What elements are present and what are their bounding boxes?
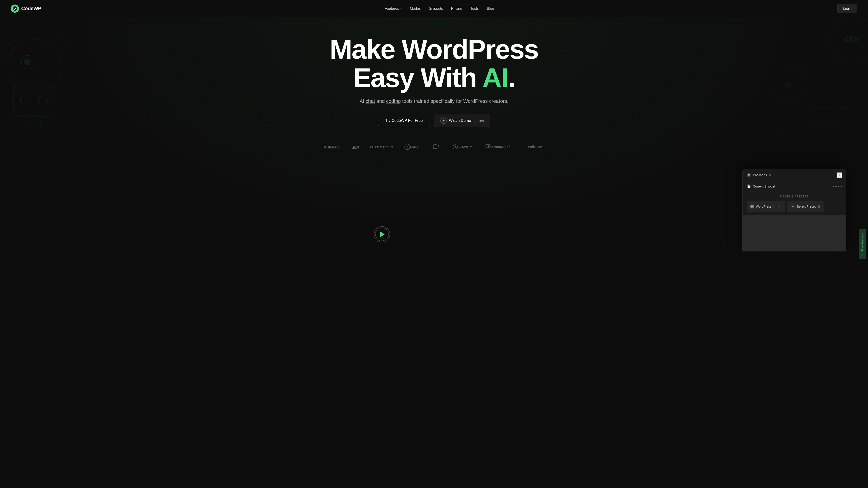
svg-text:h: h bbox=[407, 145, 409, 149]
hero-section: </> © Make WordPress Easy With AI. AI ch… bbox=[0, 17, 868, 265]
packages-row: 📦 Packages 0 + bbox=[743, 169, 846, 181]
svg-text:2: 2 bbox=[438, 145, 440, 149]
modes-row: W WordPress ⊞ Select Prese bbox=[747, 201, 842, 212]
select-preset-button[interactable]: ⊞ Select Preset bbox=[787, 201, 824, 212]
current-snippet-row: 📄 Current Snippet bbox=[743, 181, 846, 192]
wordpress-icon: W bbox=[750, 204, 754, 208]
logo-hcamp: h Camp bbox=[404, 144, 422, 151]
trusted-label: Trusted By: bbox=[322, 145, 340, 149]
nav-blog-link[interactable]: Blog bbox=[487, 6, 494, 10]
svg-text:webdev: webdev bbox=[528, 145, 542, 149]
logo-icon bbox=[11, 4, 19, 13]
snippet-label-group: 📄 Current Snippet bbox=[747, 184, 775, 188]
svg-rect-28 bbox=[433, 144, 437, 149]
packages-icon: 📦 bbox=[747, 173, 751, 177]
code-editor-area bbox=[743, 215, 846, 252]
logo-io: 2 bbox=[433, 143, 441, 151]
hero-title-line1: Make WordPress bbox=[330, 34, 538, 64]
hero-title-suffix: . bbox=[508, 63, 515, 93]
drag-handle-icon bbox=[773, 203, 782, 210]
nav-pricing-link[interactable]: Pricing bbox=[451, 6, 462, 10]
try-codewp-button[interactable]: Try CodeWP For Free bbox=[378, 115, 430, 126]
demo-duration: 3 mins bbox=[474, 119, 484, 123]
packages-add-button[interactable]: + bbox=[837, 172, 842, 178]
nav-links: Features ▾ Modes Snippets Pricing Tools … bbox=[385, 6, 494, 11]
svg-point-0 bbox=[13, 6, 17, 11]
preset-drag-icon bbox=[818, 205, 820, 208]
packages-label-group: 📦 Packages 0 bbox=[747, 173, 771, 177]
logo-gravity: ⊕ GRAVITY bbox=[452, 144, 475, 151]
svg-text:Camp: Camp bbox=[410, 145, 418, 149]
modes-presets-section: Modes & Presets W WordPress bbox=[743, 192, 846, 215]
wordpress-mode-label: WordPress bbox=[756, 205, 772, 208]
hero-title-prefix: Easy With bbox=[353, 63, 482, 93]
play-icon bbox=[380, 232, 385, 237]
select-preset-label: Select Preset bbox=[797, 205, 815, 208]
navigation: CodeWP Features ▾ Modes Snippets Pricing… bbox=[0, 0, 868, 17]
svg-text:crocoblock: crocoblock bbox=[491, 145, 510, 149]
svg-text:⊕: ⊕ bbox=[454, 146, 457, 149]
trusted-by-section: Trusted By: 𝘢𝘮 AUTOMATTIC h Camp 2 bbox=[11, 143, 857, 151]
video-preview-area bbox=[22, 226, 742, 252]
trusted-logos: 𝘢𝘮 AUTOMATTIC h Camp 2 bbox=[352, 143, 546, 151]
play-button[interactable] bbox=[374, 226, 390, 242]
preset-icon: ⊞ bbox=[791, 204, 795, 208]
hero-subtitle: AI chat and coding tools trained specifi… bbox=[11, 98, 857, 104]
bottom-section: 📦 Packages 0 + 📄 Current Snippet bbox=[11, 169, 857, 252]
packages-count: 0 bbox=[769, 173, 771, 177]
hero-title-line2: Easy With AI. bbox=[353, 63, 515, 93]
nav-tools-link[interactable]: Tools bbox=[470, 6, 478, 10]
subtitle-chat: chat bbox=[366, 98, 375, 104]
feedback-label: Share feedback bbox=[861, 233, 864, 252]
demo-play-icon bbox=[440, 118, 447, 124]
packages-label: Packages bbox=[753, 173, 767, 177]
nav-snippets-link[interactable]: Snippets bbox=[429, 6, 443, 10]
subtitle-coding: coding bbox=[386, 98, 401, 104]
hero-title-ai: AI bbox=[482, 63, 508, 93]
modes-presets-heading: Modes & Presets bbox=[747, 195, 842, 198]
logo-webdev: webdev bbox=[528, 143, 546, 151]
wordpress-mode-button[interactable]: W WordPress bbox=[747, 201, 785, 212]
watch-demo-label: Watch Demo bbox=[449, 119, 471, 123]
logo-link[interactable]: CodeWP bbox=[11, 4, 41, 13]
svg-text:🐊: 🐊 bbox=[486, 145, 491, 149]
login-button[interactable]: Login bbox=[837, 4, 857, 13]
app-panel: 📦 Packages 0 + 📄 Current Snippet bbox=[742, 169, 846, 252]
logo-am: 𝘢𝘮 bbox=[352, 144, 359, 150]
feedback-icon: ⬆ bbox=[861, 253, 864, 255]
feedback-button[interactable]: ⬆ Share feedback bbox=[859, 229, 866, 259]
hero-title: Make WordPress Easy With AI. bbox=[11, 35, 857, 92]
snippet-options-button[interactable] bbox=[833, 186, 842, 187]
logo-text: CodeWP bbox=[21, 6, 41, 11]
logo-automattic: AUTOMATTIC bbox=[370, 145, 393, 149]
watch-demo-button[interactable]: Watch Demo 3 mins bbox=[434, 114, 490, 127]
hero-content: Make WordPress Easy With AI. AI chat and… bbox=[11, 35, 857, 151]
nav-modes-link[interactable]: Modes bbox=[410, 6, 421, 10]
chevron-down-icon: ▾ bbox=[400, 7, 402, 10]
snippet-label: Current Snippet bbox=[753, 185, 775, 188]
hero-buttons: Try CodeWP For Free Watch Demo 3 mins bbox=[11, 114, 857, 127]
svg-text:GRAVITY: GRAVITY bbox=[458, 145, 472, 149]
snippet-icon: 📄 bbox=[747, 184, 751, 188]
nav-features-link[interactable]: Features ▾ bbox=[385, 6, 402, 11]
logo-crocoblock: 🐊 crocoblock bbox=[486, 143, 517, 151]
